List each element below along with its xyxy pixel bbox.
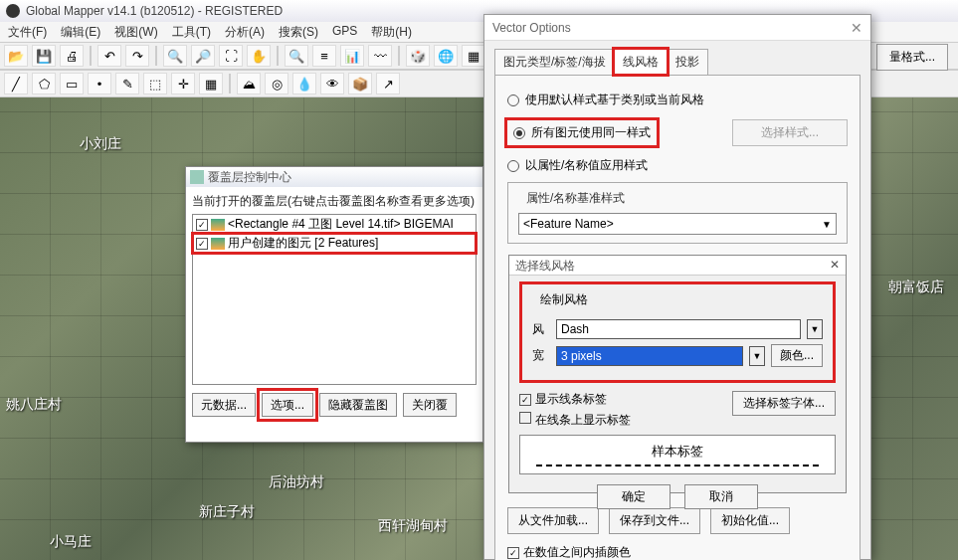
chevron-down-icon[interactable]: ▼: [807, 319, 823, 339]
checkbox-icon[interactable]: ✓: [507, 547, 519, 559]
app-title: Global Mapper v14.1 (b120512) - REGISTER…: [26, 4, 283, 18]
list-item[interactable]: ✓ <Rectangle #4 卫图 Level 14.tif> BIGEMAI: [193, 215, 476, 234]
select-icon[interactable]: ⬚: [143, 73, 167, 94]
undo-icon[interactable]: ↶: [97, 45, 121, 67]
overlay-titlebar[interactable]: 覆盖层控制中心: [186, 167, 482, 187]
chevron-down-icon[interactable]: ▼: [822, 219, 832, 230]
menu-search[interactable]: 搜索(S): [279, 24, 318, 40]
draw-rect-icon[interactable]: ▭: [60, 73, 84, 94]
close-icon[interactable]: ✕: [851, 20, 862, 36]
place-label: 小马庄: [50, 533, 92, 551]
watershed-icon[interactable]: 💧: [292, 73, 316, 94]
line-style-select[interactable]: Dash: [556, 319, 801, 339]
path-icon[interactable]: ↗: [376, 73, 400, 94]
snap-icon[interactable]: ✛: [171, 73, 195, 94]
menu-tools[interactable]: 工具(T): [172, 24, 211, 40]
chart-icon[interactable]: 📊: [340, 45, 364, 67]
3d-icon[interactable]: 🎲: [406, 45, 430, 67]
radio-default-style[interactable]: 使用默认样式基于类别或当前风格: [507, 92, 848, 108]
line-style-titlebar[interactable]: 选择线风格 ✕: [509, 256, 846, 276]
checkbox-icon[interactable]: ✓: [196, 219, 208, 231]
vector-icon: [211, 238, 225, 250]
ok-button[interactable]: 确定: [597, 484, 671, 509]
overlay-listbox[interactable]: ✓ <Rectangle #4 卫图 Level 14.tif> BIGEMAI…: [192, 214, 477, 385]
profile-icon[interactable]: 〰: [368, 45, 392, 67]
volume-icon[interactable]: 📦: [348, 73, 372, 94]
radio-icon[interactable]: [513, 127, 525, 139]
tab-line-style[interactable]: 线风格: [614, 49, 668, 75]
zoom-fit-icon[interactable]: ⛶: [219, 45, 243, 67]
vector-tabs: 图元类型/标签/海拔 线风格 投影: [484, 41, 870, 75]
contour-icon[interactable]: ◎: [265, 73, 288, 94]
globe-icon[interactable]: 🌐: [434, 45, 458, 67]
color-button[interactable]: 颜色...: [771, 344, 823, 367]
feature-name-combo[interactable]: <Feature Name> ▼: [518, 213, 837, 235]
checkbox-icon[interactable]: [519, 412, 531, 424]
print-icon[interactable]: 🖨: [60, 45, 84, 67]
terrain-icon[interactable]: ⛰: [237, 73, 261, 94]
place-label: 后油坊村: [269, 473, 324, 491]
radio-icon[interactable]: [507, 94, 519, 106]
group-legend: 绘制风格: [536, 291, 592, 308]
line-width-select[interactable]: 3 pixels: [556, 346, 743, 366]
vector-dialog-titlebar[interactable]: Vector Options ✕: [484, 15, 870, 41]
save-icon[interactable]: 💾: [32, 45, 56, 67]
grid2-icon[interactable]: ▦: [199, 73, 223, 94]
menu-analysis[interactable]: 分析(A): [225, 24, 265, 40]
overlay-control-center: 覆盖层控制中心 当前打开的覆盖层(右键点击覆盖图名称查看更多选项) ✓ <Rec…: [185, 166, 483, 443]
zoom-out-icon[interactable]: 🔎: [191, 45, 215, 67]
place-label: 新庄子村: [199, 503, 255, 521]
options-button[interactable]: 选项...: [262, 393, 313, 417]
checkbox-icon[interactable]: ✓: [519, 394, 531, 406]
redo-icon[interactable]: ↷: [125, 45, 149, 67]
place-label: 小刘庄: [80, 135, 121, 153]
draw-line-icon[interactable]: ╱: [4, 73, 28, 94]
place-label: 西轩湖甸村: [378, 517, 448, 535]
radio-icon[interactable]: [507, 160, 519, 172]
line-style-dialog: 选择线风格 ✕ 绘制风格 风 Dash ▼ 宽 3 pixels ▼ 颜色...…: [508, 255, 847, 493]
tab-feature-type[interactable]: 图元类型/标签/海拔: [494, 49, 615, 75]
viewshed-icon[interactable]: 👁: [320, 73, 344, 94]
layers-icon[interactable]: ≡: [312, 45, 336, 67]
menu-view[interactable]: 视图(W): [114, 24, 157, 40]
radio-by-attribute[interactable]: 以属性/名称值应用样式: [507, 157, 848, 174]
raster-icon: [211, 219, 225, 231]
draw-point-icon[interactable]: •: [88, 73, 111, 94]
line-style-title: 选择线风格: [515, 258, 575, 273]
style-label: 风: [532, 321, 550, 338]
close-icon[interactable]: ✕: [830, 258, 840, 273]
list-item-selected[interactable]: ✓ 用户创建的图元 [2 Features]: [193, 234, 476, 253]
edit-icon[interactable]: ✎: [115, 73, 139, 94]
cancel-button[interactable]: 取消: [684, 484, 758, 509]
zoom-in-icon[interactable]: 🔍: [163, 45, 187, 67]
select-style-button[interactable]: 选择样式...: [732, 119, 848, 146]
chevron-down-icon[interactable]: ▼: [749, 346, 765, 366]
menu-file[interactable]: 文件(F): [8, 24, 47, 40]
sample-line: [536, 465, 819, 467]
vector-dialog-title: Vector Options: [492, 21, 571, 35]
menu-edit[interactable]: 编辑(E): [61, 24, 100, 40]
show-line-label: 显示线条标签: [535, 392, 607, 406]
tab-projection[interactable]: 投影: [667, 49, 708, 75]
close-overlay-button[interactable]: 关闭覆: [403, 393, 457, 417]
pan-icon[interactable]: ✋: [247, 45, 271, 67]
checkbox-icon[interactable]: ✓: [196, 238, 208, 250]
sample-preview: 样本标签: [519, 435, 836, 474]
place-label: 朝富饭店: [888, 279, 944, 296]
find-icon[interactable]: 🔍: [285, 45, 308, 67]
metadata-button[interactable]: 元数据...: [192, 393, 256, 417]
menu-gps[interactable]: GPS: [332, 24, 357, 40]
format-button[interactable]: 量格式...: [876, 44, 948, 71]
interpolate-label: 在数值之间内插颜色: [523, 544, 631, 560]
draw-poly-icon[interactable]: ⬠: [32, 73, 56, 94]
width-label: 宽: [532, 347, 550, 364]
grid-icon[interactable]: ▦: [462, 45, 485, 67]
radio-same-style[interactable]: 所有图元使用同一样式: [507, 120, 657, 145]
menu-help[interactable]: 帮助(H): [371, 24, 412, 40]
overlay-hint: 当前打开的覆盖层(右键点击覆盖图名称查看更多选项): [192, 193, 477, 210]
attribute-basis-fieldset: 属性/名称基准样式 <Feature Name> ▼: [507, 182, 848, 244]
open-icon[interactable]: 📂: [4, 45, 28, 67]
hide-overlay-button[interactable]: 隐藏覆盖图: [319, 393, 397, 417]
fieldset-legend: 属性/名称基准样式: [522, 190, 629, 207]
label-font-button[interactable]: 选择标签字体...: [732, 391, 836, 416]
